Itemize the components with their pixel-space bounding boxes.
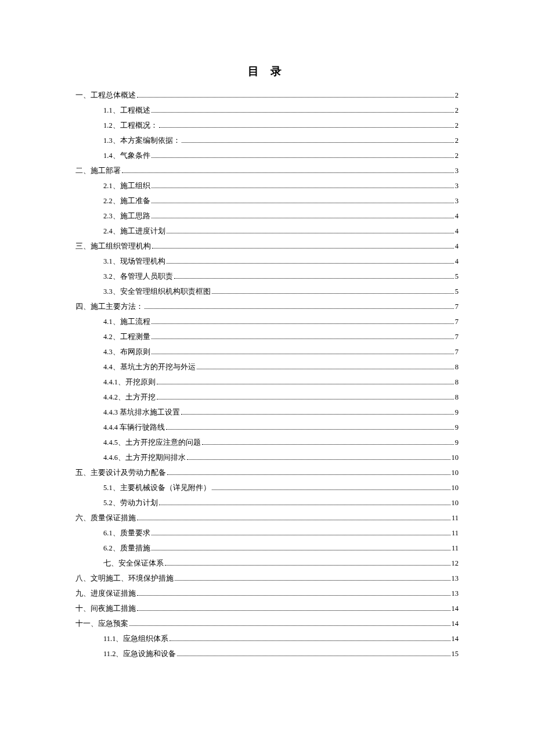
toc-entry-label: 4.4、基坑土方的开挖与外运	[103, 363, 196, 371]
toc-leader-dots	[187, 456, 450, 460]
toc-entry-page: 4	[455, 243, 459, 250]
toc-leader-dots	[212, 290, 454, 294]
toc-entry-label: 十、间夜施工措施	[75, 605, 136, 613]
toc-entry-label: 4.4.4 车辆行驶路线	[103, 424, 165, 431]
toc-entry-label: 2.4、施工进度计划	[103, 228, 165, 235]
toc-entry: 4.4.6、土方开挖期间排水10	[75, 454, 459, 462]
toc-leader-dots	[159, 124, 454, 128]
toc-leader-dots	[212, 486, 450, 491]
toc-entry-page: 8	[455, 363, 459, 371]
toc-entry-label: 六、质量保证措施	[75, 514, 136, 522]
toc-entry: 4.4.3 基坑排水施工设置9	[75, 409, 459, 416]
toc-entry: 七、安全保证体系12	[75, 560, 459, 567]
toc-entry: 1.3、本方案编制依据：2	[75, 137, 459, 145]
toc-entry: 1.4、气象条件2	[75, 152, 459, 160]
toc-entry: 十、间夜施工措施14	[75, 605, 459, 613]
toc-entry: 2.2、施工准备3	[75, 197, 459, 205]
toc-entry-label: 八、文明施工、环境保护措施	[75, 575, 174, 582]
toc-entry-page: 7	[455, 318, 459, 326]
toc-leader-dots	[167, 471, 450, 476]
toc-entry-label: 4.4.2、土方开挖	[103, 394, 156, 401]
toc-entry: 九、进度保证措施13	[75, 590, 459, 597]
toc-entry: 3.3、安全管理组织机构职责框图5	[75, 288, 459, 296]
toc-entry-page: 10	[452, 469, 459, 477]
toc-entry-page: 3	[455, 197, 459, 205]
toc-entry-page: 5	[455, 273, 459, 280]
toc-entry-label: 1.3、本方案编制依据：	[103, 137, 181, 145]
toc-entry-page: 7	[455, 303, 459, 311]
toc-entry-label: 一、工程总体概述	[75, 92, 136, 99]
toc-entry-page: 2	[455, 122, 459, 129]
toc-leader-dots	[159, 501, 450, 506]
toc-entry-page: 14	[452, 635, 459, 643]
toc-entry-page: 10	[452, 454, 459, 462]
toc-entry-page: 8	[455, 394, 459, 401]
toc-leader-dots	[167, 260, 454, 264]
toc-entry: 5.2、劳动力计划10	[75, 499, 459, 507]
toc-entry-page: 13	[452, 575, 459, 582]
toc-leader-dots	[152, 244, 454, 249]
toc-entry-label: 5.1、主要机械设备（详见附件）	[103, 484, 211, 492]
toc-entry-label: 九、进度保证措施	[75, 590, 136, 597]
toc-entry-page: 15	[452, 650, 459, 658]
toc-entry: 一、工程总体概述2	[75, 92, 459, 99]
toc-entry-label: 4.4.1、开挖原则	[103, 379, 156, 386]
toc-entry-page: 9	[455, 424, 459, 431]
document-page: 目 录 一、工程总体概述21.1、工程概述21.2、工程概况：21.3、本方案编…	[0, 0, 534, 712]
toc-entry-page: 2	[455, 107, 459, 114]
toc-leader-dots	[151, 154, 454, 159]
toc-entry: 4.2、工程测量7	[75, 333, 459, 341]
toc-entry-label: 4.1、施工流程	[103, 318, 150, 326]
toc-entry-label: 二、施工部署	[75, 167, 121, 175]
toc-entry-page: 2	[455, 152, 459, 160]
toc-entry: 11.2、应急设施和设备15	[75, 650, 459, 658]
toc-entry-page: 2	[455, 92, 459, 99]
toc-entry-label: 4.4.6、土方开挖期间排水	[103, 454, 186, 462]
toc-leader-dots	[197, 365, 454, 370]
toc-leader-dots	[151, 531, 450, 536]
toc-entry-label: 3.3、安全管理组织机构职责框图	[103, 288, 211, 296]
toc-leader-dots	[151, 109, 454, 113]
toc-entry-label: 1.2、工程概况：	[103, 122, 158, 129]
toc-entry-page: 14	[452, 605, 459, 613]
toc-entry-page: 11	[452, 514, 459, 522]
toc-entry-label: 6.2、质量措施	[103, 545, 150, 552]
toc-entry-page: 12	[452, 560, 459, 567]
toc-leader-dots	[137, 592, 450, 596]
toc-entry: 2.4、施工进度计划4	[75, 228, 459, 235]
toc-entry: 4.1、施工流程7	[75, 318, 459, 326]
toc-entry: 2.3、施工思路4	[75, 213, 459, 220]
toc-entry: 3.1、现场管理机构4	[75, 258, 459, 265]
toc-leader-dots	[181, 411, 454, 415]
toc-entry-page: 2	[455, 137, 459, 145]
toc-entry-label: 2.1、施工组织	[103, 182, 150, 190]
toc-entry: 四、施工主要方法：7	[75, 303, 459, 311]
toc-leader-dots	[167, 229, 454, 234]
toc-leader-dots	[202, 441, 454, 445]
toc-leader-dots	[166, 426, 454, 430]
toc-entry: 十一、应急预案14	[75, 620, 459, 628]
toc-entry: 4.4.5、土方开挖应注意的问题9	[75, 439, 459, 447]
toc-entry: 1.2、工程概况：2	[75, 122, 459, 129]
page-title: 目 录	[75, 64, 459, 79]
toc-entry: 4.4、基坑土方的开挖与外运8	[75, 363, 459, 371]
toc-entry-page: 7	[455, 348, 459, 356]
toc-entry: 4.4.2、土方开挖8	[75, 394, 459, 401]
toc-leader-dots	[157, 395, 454, 400]
toc-leader-dots	[122, 169, 454, 174]
toc-leader-dots	[151, 184, 454, 189]
toc-entry-label: 七、安全保证体系	[103, 560, 164, 567]
toc-leader-dots	[174, 275, 454, 279]
toc-entry-page: 10	[452, 499, 459, 507]
toc-entry: 五、主要设计及劳动力配备10	[75, 469, 459, 477]
toc-leader-dots	[129, 622, 450, 627]
toc-leader-dots	[165, 561, 450, 566]
toc-leader-dots	[145, 305, 454, 309]
toc-leader-dots	[151, 320, 454, 325]
toc-entry-label: 四、施工主要方法：	[75, 303, 143, 311]
toc-entry-page: 4	[455, 228, 459, 235]
toc-entry-label: 十一、应急预案	[75, 620, 128, 628]
toc-entry: 4.3、布网原则7	[75, 348, 459, 356]
toc-leader-dots	[175, 577, 450, 581]
toc-entry-label: 三、施工组织管理机构	[75, 243, 151, 250]
